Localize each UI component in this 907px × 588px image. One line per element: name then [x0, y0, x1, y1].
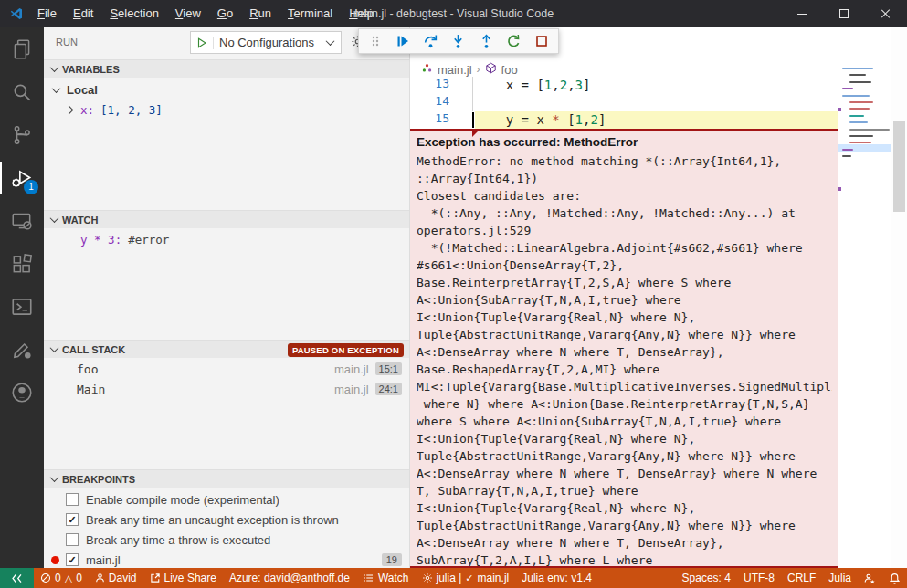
stack-frame-row[interactable]: Main main.jl 24:1 [44, 379, 409, 399]
variable-row[interactable]: x: [1, 2, 3] [44, 100, 409, 119]
menu-item[interactable]: Terminal [279, 0, 341, 27]
checkbox[interactable] [66, 513, 79, 526]
minimap-marker [838, 187, 841, 191]
breakpoint-row[interactable]: Break any time an uncaught exception is … [44, 509, 409, 530]
menu-item[interactable]: Selection [101, 0, 166, 27]
exception-line: A<:DenseArray where N where T, DenseArra… [417, 343, 832, 361]
watch-expression: y * 3: [80, 233, 121, 247]
step-into-button[interactable] [446, 30, 471, 52]
menu-item[interactable]: Edit [65, 0, 101, 27]
bell-icon [889, 572, 901, 584]
code-line-13[interactable]: 13 x = [1,2,3] [410, 77, 838, 94]
start-debug-icon[interactable] [191, 37, 214, 49]
indentation-status[interactable]: Spaces: 4 [676, 568, 737, 588]
julia-file-icon [421, 62, 433, 77]
notifications-status[interactable] [882, 568, 907, 588]
live-share-status[interactable]: Live Share [143, 568, 223, 588]
chevron-down-icon [50, 473, 59, 482]
watch-section-header[interactable]: WATCH [44, 210, 409, 228]
stack-frame-row[interactable]: foo main.jl 15:1 [44, 359, 409, 379]
menu-item[interactable]: File [29, 0, 65, 27]
debug-configuration-dropdown[interactable]: No Configurations [190, 31, 342, 54]
variable-name: x: [80, 103, 94, 117]
panel-title: RUN [56, 37, 78, 47]
code-area[interactable]: 13 x = [1,2,3] 14 15 y = x * [1,2] [410, 77, 838, 129]
problems-status[interactable]: 0 0 [34, 568, 89, 588]
watch-label: Watch [378, 572, 409, 584]
github-icon[interactable] [0, 371, 44, 414]
menu-item[interactable]: View [167, 0, 209, 27]
eol-label: CRLF [787, 572, 816, 584]
remote-indicator[interactable] [0, 568, 34, 588]
call-stack-section-header[interactable]: CALL STACK PAUSED ON EXCEPTION [44, 340, 409, 358]
breadcrumb-file[interactable]: main.jl [438, 63, 472, 77]
pen-icon[interactable] [0, 328, 44, 371]
user-status[interactable]: David [89, 568, 143, 588]
feedback-status[interactable] [858, 568, 882, 588]
checkbox[interactable] [66, 493, 79, 506]
stop-button[interactable] [529, 30, 554, 52]
remote-icon [11, 572, 23, 584]
minimap[interactable] [838, 27, 891, 568]
checkbox[interactable] [66, 553, 79, 566]
scrollbar-thumb[interactable] [893, 121, 905, 212]
scope-label: Local [67, 83, 98, 97]
run-and-debug-icon[interactable]: 1 [0, 156, 44, 199]
extensions-icon[interactable] [0, 242, 44, 285]
explorer-icon[interactable] [0, 27, 44, 70]
azure-account-status[interactable]: Azure: david@anthoff.de [223, 568, 356, 588]
minimap-marker [838, 108, 841, 111]
breakpoint-row[interactable]: Break any time a throw is executed [44, 530, 409, 550]
terminal-icon[interactable] [0, 285, 44, 328]
configuration-label: No Configurations [214, 36, 327, 49]
encoding-status[interactable]: UTF-8 [737, 568, 781, 588]
search-icon[interactable] [0, 70, 44, 113]
breakpoints-section-header[interactable]: BREAKPOINTS [44, 469, 409, 488]
frame-name: foo [77, 362, 98, 376]
code-line-15-current[interactable]: 15 y = x * [1,2] [410, 111, 838, 129]
continue-button[interactable] [390, 30, 416, 52]
code-line-14[interactable]: 14 [410, 94, 838, 111]
checkbox[interactable] [66, 533, 79, 546]
step-out-button[interactable] [473, 30, 499, 52]
exception-line: Tuple{AbstractUnitRange,Vararg{Any,N} wh… [417, 447, 832, 465]
minimize-button[interactable] [781, 0, 823, 27]
julia-env-status[interactable]: Julia env: v1.4 [515, 568, 598, 588]
language-label: Julia [828, 572, 851, 584]
scope-row-local[interactable]: Local [44, 80, 409, 99]
status-bar-right: Spaces: 4 UTF-8 CRLF Julia [676, 568, 907, 588]
menu-item[interactable]: Help [341, 0, 382, 27]
step-over-button[interactable] [418, 30, 444, 52]
menu-bar: FileEditSelectionViewGoRunTerminalHelp [29, 0, 382, 27]
frame-file: main.jl [334, 362, 369, 376]
exception-line: *(!Matched::LinearAlgebra.Adjoint{#s662,… [417, 239, 832, 257]
menu-item[interactable]: Run [241, 0, 279, 27]
eol-status[interactable]: CRLF [781, 568, 822, 588]
breakpoint-row[interactable]: Enable compile mode (experimental) [44, 489, 409, 509]
exception-line: SubArray{T,2,A,I,L} where L where [417, 551, 832, 568]
exception-line: where N} where A<:Union{Base.Reinterpret… [417, 395, 832, 413]
remote-explorer-icon[interactable] [0, 199, 44, 242]
variables-section-header[interactable]: VARIABLES [44, 59, 409, 78]
code-token: * [552, 112, 559, 127]
editor-scrollbar[interactable] [891, 27, 907, 568]
language-mode-status[interactable]: Julia [822, 568, 858, 588]
julia-language-status[interactable]: julia | main.jl [416, 568, 516, 588]
window-controls [781, 0, 907, 27]
close-icon [881, 8, 891, 19]
code-token: ] [598, 112, 606, 127]
encoding-label: UTF-8 [744, 572, 775, 584]
toolbar-grip-icon[interactable] [363, 30, 388, 52]
menu-item[interactable]: Go [209, 0, 241, 27]
close-button[interactable] [865, 0, 907, 27]
title-bar: FileEditSelectionViewGoRunTerminalHelp m… [0, 0, 907, 27]
maximize-button[interactable] [823, 0, 865, 27]
exception-line: A<:DenseArray where N where T, DenseArra… [417, 534, 832, 551]
source-control-icon[interactable] [0, 113, 44, 156]
watch-status[interactable]: Watch [356, 568, 416, 588]
watch-expression-row[interactable]: y * 3: #error [44, 230, 409, 248]
breakpoint-row-file[interactable]: main.jl 19 [44, 550, 409, 570]
breadcrumb-symbol[interactable]: foo [501, 63, 518, 77]
restart-button[interactable] [501, 30, 526, 52]
section-title: BREAKPOINTS [62, 474, 135, 485]
